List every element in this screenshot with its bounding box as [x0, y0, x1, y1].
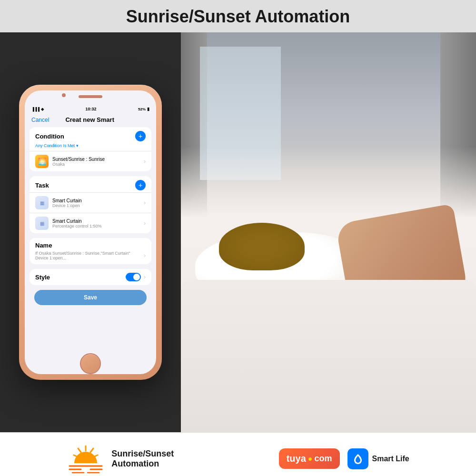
home-button[interactable]: [80, 353, 101, 374]
battery-text: 52%: [138, 107, 146, 111]
task-card: Task + ▦ Smart Curtain Device 1:o: [30, 176, 151, 233]
condition-item-title: Sunset/Sunrise : Sunrise: [52, 157, 144, 162]
task-item-2-text: Smart Curtain Percentage control 1:50%: [52, 218, 144, 228]
name-card: Name If Osaka Sunset/Sunrise : Sunrise,"…: [30, 238, 151, 264]
phone-speaker: [79, 95, 102, 98]
tuya-domain: com: [315, 454, 332, 464]
person-hair: [219, 223, 305, 270]
name-value: If Osaka Sunset/Sunrise : Sunrise,"Smart…: [35, 251, 144, 260]
curtain-icon-1: ▦: [35, 196, 49, 209]
sunrise-icon: 🌅: [35, 155, 49, 168]
tuya-badge: tuya ● com: [279, 448, 340, 469]
scroll-area: Condition + Any Condition Is Met ▾ 🌅: [25, 127, 156, 358]
status-signal: ▐▐▐ ◆: [31, 107, 44, 111]
sunrise-label-2: Automation: [111, 459, 174, 469]
task-item-1-subtitle: Device 1:open: [52, 203, 144, 208]
task-item-1-text: Smart Curtain Device 1:open: [52, 198, 144, 208]
task-item-1-title: Smart Curtain: [52, 198, 144, 203]
bottom-right: tuya ● com Smart Life: [279, 448, 409, 469]
toggle-knob: [133, 274, 140, 280]
condition-subtitle[interactable]: Any Condition Is Met ▾: [30, 143, 151, 151]
add-condition-button[interactable]: +: [135, 131, 146, 141]
name-chevron-icon: ›: [144, 252, 146, 259]
phone-mockup: ▐▐▐ ◆ 10:32 52% ▮ Cancel Creat new Smart: [19, 85, 162, 380]
battery-icon: ▮: [147, 107, 149, 111]
bottom-left: Sunrise/Sunset Automation: [67, 442, 174, 476]
nav-bar: Cancel Creat new Smart: [25, 113, 156, 127]
task-1-chevron-icon: ›: [144, 199, 146, 206]
sunrise-svg: [67, 442, 105, 476]
left-panel: ▐▐▐ ◆ 10:32 52% ▮ Cancel Creat new Smart: [0, 32, 181, 432]
tuya-dot: ●: [308, 455, 313, 463]
task-item-2-title: Smart Curtain: [52, 218, 144, 224]
bottom-bar: Sunrise/Sunset Automation tuya ● com Sma…: [0, 432, 476, 476]
wifi-icon: ◆: [41, 107, 44, 111]
save-button[interactable]: Save: [34, 290, 147, 305]
smart-life-badge: Smart Life: [347, 448, 409, 469]
sunrise-bottom-text: Sunrise/Sunset Automation: [111, 449, 174, 469]
task-item-1[interactable]: ▦ Smart Curtain Device 1:open ›: [30, 192, 151, 213]
condition-item-text: Sunset/Sunrise : Sunrise Osaka: [52, 157, 144, 167]
condition-card: Condition + Any Condition Is Met ▾ 🌅: [30, 127, 151, 171]
name-label: Name: [35, 242, 146, 249]
add-task-button[interactable]: +: [135, 180, 146, 190]
phone-camera: [62, 93, 66, 97]
bedroom-scene: [181, 32, 476, 432]
signal-icon: ▐▐▐: [31, 107, 40, 111]
blanket: [181, 280, 476, 432]
sunrise-label-1: Sunrise/Sunset: [111, 449, 174, 459]
right-panel: [181, 32, 476, 432]
smart-life-svg: [351, 452, 365, 466]
style-card: Style ›: [30, 269, 151, 285]
tuya-text: tuya: [287, 453, 306, 464]
condition-item-subtitle: Osaka: [52, 162, 144, 167]
style-right: ›: [126, 273, 146, 281]
cancel-button[interactable]: Cancel: [31, 117, 49, 123]
smart-life-icon: [347, 448, 368, 469]
task-item-2-subtitle: Percentage control 1:50%: [52, 224, 144, 228]
app-screen: ▐▐▐ ◆ 10:32 52% ▮ Cancel Creat new Smart: [25, 90, 156, 374]
condition-item[interactable]: 🌅 Sunset/Sunrise : Sunrise Osaka ›: [30, 151, 151, 171]
main-content: ▐▐▐ ◆ 10:32 52% ▮ Cancel Creat new Smart: [0, 32, 476, 432]
curtain-icon-2: ▦: [35, 217, 49, 230]
sunrise-large-icon: [67, 442, 105, 476]
style-label: Style: [35, 274, 50, 281]
task-item-2[interactable]: ▦ Smart Curtain Percentage control 1:50%…: [30, 213, 151, 233]
condition-header: Condition +: [30, 127, 151, 143]
svg-line-3: [78, 448, 81, 452]
style-toggle[interactable]: [126, 273, 141, 281]
phone-screen: ▐▐▐ ◆ 10:32 52% ▮ Cancel Creat new Smart: [25, 90, 156, 374]
svg-line-1: [90, 448, 93, 452]
nav-title: Creat new Smart: [65, 116, 114, 123]
task-title: Task: [35, 182, 49, 189]
style-chevron-icon: ›: [144, 274, 146, 280]
status-battery: 52% ▮: [138, 107, 149, 111]
task-header: Task +: [30, 176, 151, 192]
task-2-chevron-icon: ›: [144, 220, 146, 227]
status-time: 10:32: [85, 107, 96, 111]
smart-life-text: Smart Life: [372, 455, 409, 463]
name-value-row[interactable]: If Osaka Sunset/Sunrise : Sunrise,"Smart…: [35, 251, 146, 260]
condition-title: Condition: [35, 133, 64, 140]
header-title: Sunrise/Sunset Automation: [126, 7, 350, 26]
header: Sunrise/Sunset Automation: [0, 0, 476, 32]
status-bar: ▐▐▐ ◆ 10:32 52% ▮: [25, 105, 156, 113]
condition-chevron-icon: ›: [144, 158, 146, 165]
